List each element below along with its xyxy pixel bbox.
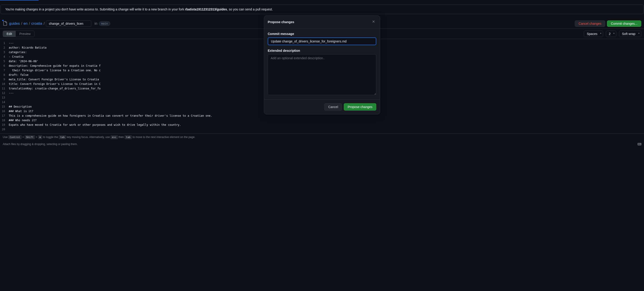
propose-changes-modal: Propose changes Commit message Extended …	[264, 16, 380, 114]
modal-header: Propose changes	[264, 16, 380, 28]
commit-message-label: Commit message	[268, 32, 376, 36]
extended-description-textarea[interactable]	[268, 54, 376, 95]
modal-footer: Cancel Propose changes	[264, 100, 380, 114]
close-icon	[372, 20, 375, 24]
modal-overlay: Propose changes Commit message Extended …	[0, 0, 644, 148]
cancel-button[interactable]: Cancel	[324, 103, 342, 110]
propose-changes-button[interactable]: Propose changes	[344, 103, 376, 110]
modal-body: Commit message Extended description	[264, 28, 380, 100]
modal-title: Propose changes	[268, 20, 294, 24]
extended-description-label: Extended description	[268, 49, 376, 52]
close-button[interactable]	[371, 19, 376, 25]
commit-message-input[interactable]	[268, 38, 376, 45]
